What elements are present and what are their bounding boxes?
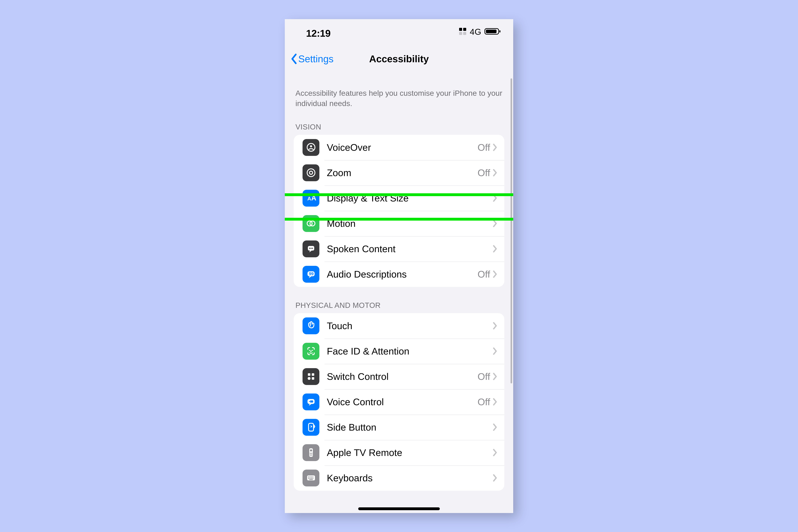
row-label: VoiceOver	[327, 142, 478, 153]
svg-rect-5	[486, 30, 496, 33]
phone-frame: 12:19 4G Settings Accessibility	[285, 19, 513, 513]
chevron-right-icon	[493, 270, 497, 278]
row-voiceover[interactable]: VoiceOver Off	[294, 135, 504, 160]
svg-rect-40	[308, 478, 309, 479]
motion-icon	[303, 215, 319, 232]
svg-point-25	[308, 377, 310, 380]
row-label: Touch	[327, 320, 490, 331]
text-size-icon: AA	[303, 190, 319, 207]
status-bar: 12:19 4G	[285, 19, 513, 42]
row-status: Off	[478, 371, 490, 382]
row-label: Side Button	[327, 422, 490, 433]
scroll-area[interactable]: Accessibility features help you customis…	[285, 74, 513, 513]
svg-point-22	[312, 350, 313, 351]
row-label: Face ID & Attention	[327, 346, 490, 357]
row-label: Motion	[327, 218, 490, 229]
svg-point-21	[309, 350, 310, 351]
battery-icon	[484, 27, 501, 36]
row-label: Voice Control	[327, 396, 478, 407]
row-label: Keyboards	[327, 472, 490, 483]
chevron-right-icon	[493, 398, 497, 405]
status-time: 12:19	[306, 28, 330, 39]
chevron-right-icon	[493, 169, 497, 176]
page-title: Accessibility	[285, 53, 513, 64]
svg-rect-24	[312, 373, 314, 376]
row-label: Switch Control	[327, 371, 478, 382]
row-display-text-size[interactable]: AA Display & Text Size	[294, 186, 504, 211]
svg-rect-38	[311, 476, 312, 477]
svg-point-30	[310, 449, 312, 452]
apple-tv-remote-icon	[303, 444, 319, 461]
chevron-right-icon	[493, 144, 497, 151]
row-status: Off	[478, 142, 490, 153]
svg-rect-43	[312, 478, 314, 479]
row-label: Spoken Content	[327, 243, 490, 254]
svg-rect-0	[459, 28, 462, 31]
row-label: Display & Text Size	[327, 193, 490, 204]
svg-rect-2	[459, 32, 462, 35]
svg-rect-37	[310, 476, 310, 477]
svg-rect-39	[312, 476, 314, 477]
svg-point-32	[311, 453, 312, 454]
group-physical: Touch Face ID & Attention	[294, 313, 504, 491]
svg-point-10	[309, 171, 312, 174]
network-label: 4G	[470, 27, 481, 37]
row-status: Off	[478, 396, 490, 407]
svg-point-34	[311, 455, 312, 456]
svg-point-9	[307, 169, 315, 177]
chevron-right-icon	[493, 373, 497, 380]
svg-rect-26	[312, 377, 314, 380]
dual-sim-icon	[459, 27, 467, 36]
spoken-content-icon	[303, 241, 319, 257]
chevron-right-icon	[493, 423, 497, 431]
row-switch-control[interactable]: Switch Control Off	[294, 364, 504, 389]
section-header-physical: PHYSICAL AND MOTOR	[294, 287, 504, 313]
row-apple-tv-remote[interactable]: Apple TV Remote	[294, 440, 504, 465]
keyboards-icon	[303, 470, 319, 487]
row-touch[interactable]: Touch	[294, 313, 504, 339]
svg-rect-36	[308, 476, 309, 477]
chevron-right-icon	[493, 347, 497, 355]
chevron-right-icon	[493, 245, 497, 252]
audio-descriptions-icon: 99	[303, 266, 319, 283]
svg-rect-44	[309, 479, 313, 480]
nav-bar: Settings Accessibility	[285, 49, 513, 71]
svg-rect-3	[463, 32, 466, 35]
row-audio-descriptions[interactable]: 99 Audio Descriptions Off	[294, 262, 504, 287]
zoom-icon	[303, 165, 319, 181]
svg-point-33	[310, 455, 311, 456]
chevron-right-icon	[493, 474, 497, 482]
content: Accessibility features help you customis…	[285, 74, 513, 491]
svg-rect-41	[310, 478, 310, 479]
row-side-button[interactable]: Side Button	[294, 415, 504, 440]
touch-icon	[303, 318, 319, 334]
faceid-icon	[303, 343, 319, 360]
row-label: Zoom	[327, 167, 478, 178]
scrollbar-thumb[interactable]	[511, 78, 512, 383]
svg-text:99: 99	[309, 271, 314, 276]
row-label: Audio Descriptions	[327, 269, 478, 280]
home-indicator	[358, 507, 440, 510]
voiceover-icon	[303, 139, 319, 156]
row-voice-control[interactable]: Voice Control Off	[294, 389, 504, 415]
svg-rect-1	[463, 28, 466, 31]
row-spoken-content[interactable]: Spoken Content	[294, 236, 504, 262]
chevron-right-icon	[493, 322, 497, 329]
row-keyboards[interactable]: Keyboards	[294, 465, 504, 491]
row-faceid-attention[interactable]: Face ID & Attention	[294, 339, 504, 364]
svg-point-31	[310, 453, 311, 454]
row-motion[interactable]: Motion	[294, 211, 504, 236]
switch-control-icon	[303, 368, 319, 385]
chevron-right-icon	[493, 449, 497, 456]
row-zoom[interactable]: Zoom Off	[294, 160, 504, 186]
row-label: Apple TV Remote	[327, 447, 490, 458]
chevron-right-icon	[493, 220, 497, 227]
svg-point-16	[309, 248, 310, 249]
row-status: Off	[478, 269, 490, 280]
stage: 12:19 4G Settings Accessibility	[0, 0, 798, 532]
svg-text:A: A	[307, 196, 311, 202]
svg-point-18	[312, 248, 313, 249]
status-right-cluster: 4G	[459, 27, 501, 37]
svg-point-17	[310, 248, 311, 249]
section-header-vision: VISION	[294, 109, 504, 135]
